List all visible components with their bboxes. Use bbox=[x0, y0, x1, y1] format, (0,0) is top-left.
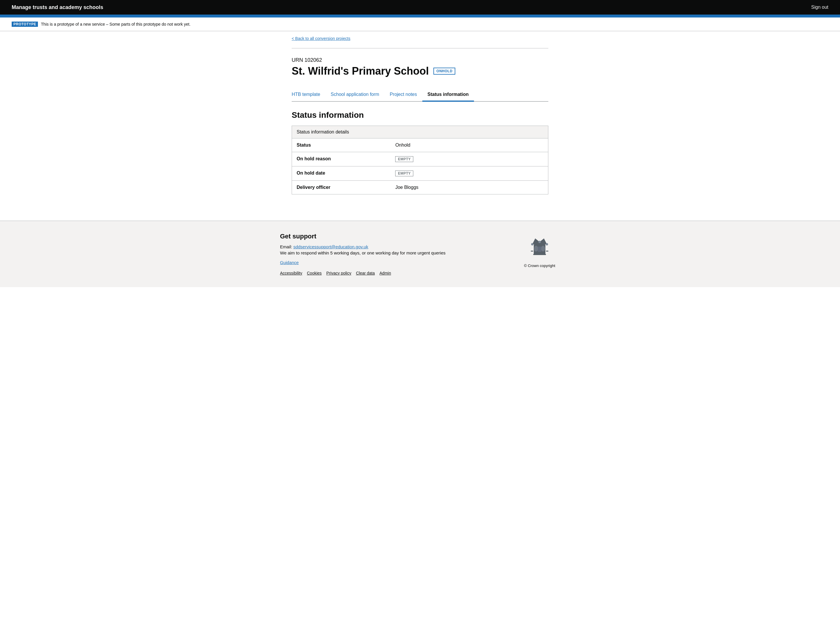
footer-privacy-policy-link[interactable]: Privacy policy bbox=[326, 271, 352, 275]
footer-right: © Crown copyright bbox=[519, 233, 560, 268]
crown-logo-icon bbox=[525, 233, 554, 262]
footer-guidance-link[interactable]: Guidance bbox=[280, 260, 519, 265]
back-link-container: < Back to all conversion projects bbox=[292, 31, 548, 49]
status-value: Onhold bbox=[395, 143, 543, 148]
prototype-message: This is a prototype of a new service – S… bbox=[41, 22, 191, 27]
sign-out-link[interactable]: Sign out bbox=[811, 5, 828, 10]
delivery-officer-key: Delivery officer bbox=[297, 185, 395, 190]
school-header: URN 102062 St. Wilfrid's Primary School … bbox=[292, 49, 548, 83]
on-hold-reason-value: EMPTY bbox=[395, 156, 543, 162]
svg-point-4 bbox=[546, 243, 548, 246]
school-name: St. Wilfrid's Primary School bbox=[292, 65, 429, 77]
footer-admin-link[interactable]: Admin bbox=[379, 271, 391, 275]
footer: Get support Email: sddservicessupport@ed… bbox=[0, 220, 840, 287]
tabs-nav: HTB template School application form Pro… bbox=[292, 89, 548, 102]
site-header: Manage trusts and academy schools Sign o… bbox=[0, 0, 840, 14]
footer-left: Get support Email: sddservicessupport@ed… bbox=[280, 233, 519, 275]
footer-links: Accessibility Cookies Privacy policy Cle… bbox=[280, 271, 519, 275]
table-row: Delivery officer Joe Bloggs bbox=[292, 181, 548, 194]
footer-accessibility-link[interactable]: Accessibility bbox=[280, 271, 302, 275]
svg-point-5 bbox=[534, 246, 538, 252]
urn-label: URN 102062 bbox=[292, 57, 548, 63]
svg-point-3 bbox=[538, 241, 541, 243]
footer-email-label: Email: sddservicessupport@education.gov.… bbox=[280, 244, 519, 249]
tab-htb-template[interactable]: HTB template bbox=[292, 89, 325, 102]
status-table: Status information details Status Onhold… bbox=[292, 126, 548, 194]
empty-badge: EMPTY bbox=[395, 170, 413, 176]
on-hold-reason-key: On hold reason bbox=[297, 156, 395, 162]
svg-rect-9 bbox=[531, 251, 533, 252]
site-title: Manage trusts and academy schools bbox=[12, 5, 103, 11]
svg-point-2 bbox=[531, 243, 534, 246]
table-row: On hold reason EMPTY bbox=[292, 152, 548, 167]
footer-inner: Get support Email: sddservicessupport@ed… bbox=[280, 233, 560, 275]
footer-clear-data-link[interactable]: Clear data bbox=[356, 271, 375, 275]
main-content: < Back to all conversion projects URN 10… bbox=[280, 31, 560, 220]
prototype-banner: PROTOTYPE This is a prototype of a new s… bbox=[0, 17, 840, 31]
svg-point-6 bbox=[541, 246, 545, 252]
prototype-badge: PROTOTYPE bbox=[12, 22, 38, 27]
tab-status-information[interactable]: Status information bbox=[422, 89, 474, 102]
footer-email-link[interactable]: sddservicessupport@education.gov.uk bbox=[294, 244, 368, 249]
svg-rect-7 bbox=[538, 247, 542, 252]
blue-bar bbox=[0, 14, 840, 17]
footer-heading: Get support bbox=[280, 233, 519, 240]
status-key: Status bbox=[297, 143, 395, 148]
tab-school-application-form[interactable]: School application form bbox=[325, 89, 384, 102]
page-heading: Status information bbox=[292, 110, 548, 120]
on-hold-date-value: EMPTY bbox=[395, 170, 543, 176]
footer-respond-text: We aim to respond within 5 working days,… bbox=[280, 250, 519, 255]
table-row: Status Onhold bbox=[292, 139, 548, 152]
svg-rect-8 bbox=[533, 254, 546, 255]
footer-cookies-link[interactable]: Cookies bbox=[307, 271, 322, 275]
empty-badge: EMPTY bbox=[395, 156, 413, 162]
tab-project-notes[interactable]: Project notes bbox=[384, 89, 422, 102]
onhold-badge: ONHOLD bbox=[433, 68, 455, 75]
delivery-officer-value: Joe Bloggs bbox=[395, 185, 543, 190]
svg-rect-10 bbox=[546, 251, 548, 252]
crown-copyright: © Crown copyright bbox=[524, 263, 555, 268]
back-link[interactable]: < Back to all conversion projects bbox=[292, 36, 350, 41]
on-hold-date-key: On hold date bbox=[297, 170, 395, 176]
school-name-row: St. Wilfrid's Primary School ONHOLD bbox=[292, 65, 548, 77]
table-row: On hold date EMPTY bbox=[292, 167, 548, 181]
status-table-header: Status information details bbox=[292, 126, 548, 139]
